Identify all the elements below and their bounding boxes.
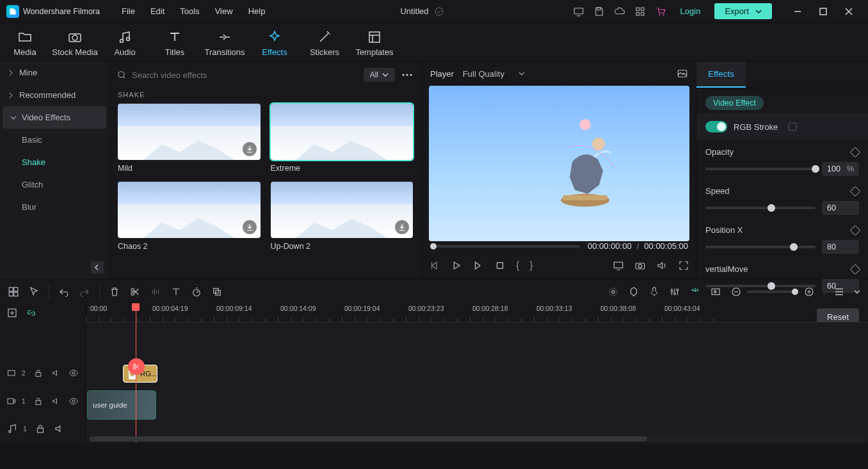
download-icon[interactable] — [395, 220, 409, 234]
timeline-ruler[interactable]: :00:0000:00:04:1900:00:09:1400:00:14:090… — [86, 303, 868, 322]
cloud-sync-icon[interactable] — [434, 6, 444, 17]
save-icon[interactable] — [593, 6, 605, 17]
window-maximize[interactable] — [810, 0, 836, 23]
mark-out-button[interactable]: } — [529, 260, 533, 271]
effect-card-updown-2[interactable]: Up-Down 2 — [271, 182, 414, 251]
audio-adjust-icon[interactable] — [150, 286, 161, 298]
collapse-sidebar-button[interactable] — [91, 261, 104, 274]
login-button[interactable]: Login — [675, 4, 706, 19]
param-slider[interactable] — [705, 285, 816, 287]
effect-card-mild[interactable]: Mild — [118, 104, 261, 173]
cloud-upload-icon[interactable] — [614, 6, 625, 17]
sidebar-mine[interactable]: Mine — [0, 61, 109, 84]
effect-card-chaos-2[interactable]: Chaos 2 — [118, 182, 261, 251]
apps-icon[interactable] — [634, 6, 646, 17]
filter-all-dropdown[interactable]: All — [364, 68, 395, 82]
window-minimize[interactable] — [785, 0, 810, 23]
eye-icon[interactable] — [68, 367, 79, 379]
effect-settings-icon[interactable] — [787, 121, 798, 132]
clip-user-guide[interactable]: user guide — [87, 390, 156, 420]
keyframe-button[interactable] — [850, 147, 861, 157]
keyframe-panel-icon[interactable] — [710, 286, 721, 298]
keyframe-button[interactable] — [850, 264, 861, 274]
search-field[interactable] — [117, 70, 358, 80]
player-scrubber[interactable] — [430, 245, 580, 248]
chevron-down-icon[interactable] — [854, 289, 860, 295]
search-input[interactable] — [132, 70, 358, 80]
timeline-add-track-icon[interactable] — [6, 307, 18, 319]
menu-tools[interactable]: Tools — [173, 4, 205, 19]
nav-stock-media[interactable]: Stock Media — [50, 26, 100, 61]
nav-transitions[interactable]: Transitions — [200, 26, 250, 61]
snapshot-mode-icon[interactable] — [677, 68, 688, 79]
stop-button[interactable] — [494, 260, 506, 271]
speed-icon[interactable] — [191, 286, 202, 298]
sidebar-sub-blur[interactable]: Blur — [18, 196, 109, 218]
lock-icon[interactable] — [35, 423, 46, 434]
effect-card-extreme[interactable]: Extreme — [271, 104, 414, 173]
param-slider[interactable] — [705, 207, 816, 209]
fullscreen-button[interactable] — [678, 260, 689, 271]
menu-file[interactable]: File — [115, 4, 141, 19]
timeline-scrollbar[interactable] — [90, 436, 864, 441]
link-icon[interactable] — [26, 307, 37, 319]
split-button[interactable] — [129, 286, 141, 298]
magnet-snap-icon[interactable] — [689, 286, 701, 298]
zoom-slider[interactable] — [747, 290, 798, 293]
sidebar-sub-glitch[interactable]: Glitch — [18, 173, 109, 196]
marker-icon[interactable] — [628, 286, 639, 298]
screen-preview-icon[interactable] — [613, 260, 624, 271]
quality-select[interactable]: Full Quality — [463, 69, 525, 79]
layout-icon[interactable] — [8, 286, 19, 298]
volume-button[interactable] — [656, 260, 668, 271]
nav-titles[interactable]: Titles — [150, 26, 200, 61]
menu-view[interactable]: View — [209, 4, 239, 19]
param-value[interactable]: 60 — [822, 201, 859, 215]
nav-effects[interactable]: Effects — [250, 26, 300, 61]
tab-effects[interactable]: Effects — [696, 61, 746, 88]
render-icon[interactable] — [607, 286, 619, 298]
mute-icon[interactable] — [51, 395, 61, 407]
record-voice-icon[interactable] — [648, 286, 660, 298]
mark-in-button[interactable]: { — [516, 260, 519, 271]
redo-button[interactable] — [79, 286, 90, 298]
sidebar-video-effects[interactable]: Video Effects — [3, 106, 106, 129]
undo-button[interactable] — [58, 286, 70, 298]
export-button[interactable]: Export — [714, 3, 772, 19]
lock-icon[interactable] — [33, 395, 44, 407]
menu-edit[interactable]: Edit — [144, 4, 171, 19]
cart-icon[interactable] — [655, 6, 666, 17]
window-close[interactable] — [836, 0, 862, 23]
cursor-icon[interactable] — [28, 286, 40, 298]
track-vid-1[interactable]: user guide — [86, 388, 868, 422]
snapshot-button[interactable] — [634, 260, 646, 271]
nav-templates[interactable]: Templates — [350, 26, 399, 61]
download-icon[interactable] — [243, 142, 257, 156]
more-menu-button[interactable] — [400, 68, 414, 82]
subtab-video-effect[interactable]: Video Effect — [705, 96, 764, 110]
effect-enable-toggle[interactable] — [705, 121, 727, 132]
param-value[interactable]: 80 — [822, 240, 859, 254]
keyframe-button[interactable] — [850, 186, 861, 196]
nav-media[interactable]: Media — [0, 26, 50, 61]
text-add-icon[interactable] — [170, 286, 182, 298]
mute-icon[interactable] — [54, 423, 65, 434]
param-slider[interactable] — [705, 246, 816, 248]
sidebar-recommended[interactable]: Recommended — [0, 84, 109, 106]
preview-viewport[interactable] — [429, 86, 689, 241]
play-forward-button[interactable] — [472, 260, 484, 271]
eye-icon[interactable] — [68, 395, 79, 407]
delete-button[interactable] — [109, 286, 120, 298]
device-icon[interactable] — [573, 6, 584, 17]
mute-icon[interactable] — [51, 367, 61, 379]
download-icon[interactable] — [243, 220, 257, 234]
nav-audio[interactable]: Audio — [100, 26, 150, 61]
lock-icon[interactable] — [33, 367, 44, 379]
param-slider[interactable] — [705, 168, 816, 170]
menu-help[interactable]: Help — [242, 4, 272, 19]
playhead-scissors-icon[interactable] — [128, 358, 145, 375]
param-value[interactable]: 100% — [822, 162, 859, 176]
playhead[interactable] — [136, 303, 136, 443]
zoom-out-button[interactable] — [730, 286, 742, 298]
mixer-icon[interactable] — [669, 286, 680, 298]
